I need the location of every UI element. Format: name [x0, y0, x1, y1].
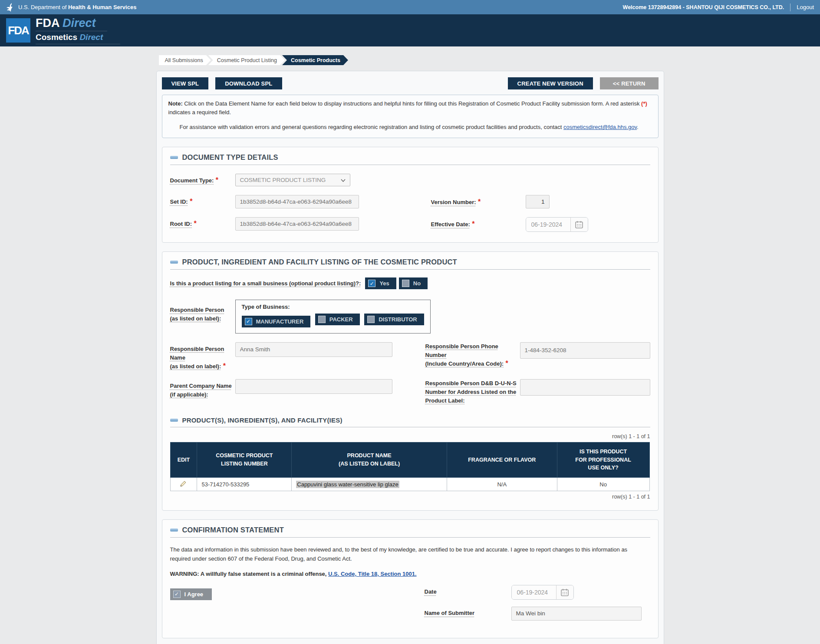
- no-label: No: [413, 280, 421, 287]
- required-asterisk: *: [216, 176, 218, 184]
- document-type-details-section: DOCUMENT TYPE DETAILS Document Type: * C…: [162, 147, 659, 243]
- brand-cosmetics: Cosmetics: [36, 33, 77, 42]
- submitter-input[interactable]: [511, 607, 642, 621]
- table-row: 53-714270-533295 Cappuvini glass water-s…: [170, 478, 649, 491]
- professional-column-header: IS THIS PRODUCT FOR PROFESSIONAL USE ONL…: [557, 442, 649, 477]
- calendar-button[interactable]: [556, 585, 573, 599]
- rp-phone-label2[interactable]: (Include Country/Area Code):: [425, 360, 504, 367]
- small-business-yes-checkbox[interactable]: ✓ Yes: [365, 277, 396, 289]
- rp-duns-input[interactable]: [520, 379, 650, 396]
- root-id-label[interactable]: Root ID:: [170, 221, 192, 227]
- products-subsection-header: PRODUCT(S), INGREDIENT(S), AND FACILITY(…: [170, 416, 650, 427]
- breadcrumb-all-submissions[interactable]: All Submissions: [159, 55, 211, 65]
- pencil-icon: [180, 480, 187, 489]
- section-title: CONFIRMATION STATEMENT: [182, 526, 284, 534]
- assistance-text: For assistance with validation errors an…: [180, 124, 563, 130]
- set-id-input[interactable]: [235, 195, 359, 208]
- fragrance-cell: N/A: [447, 478, 557, 491]
- date-label[interactable]: Date: [425, 588, 511, 596]
- download-spl-button[interactable]: DOWNLOAD SPL: [215, 77, 282, 89]
- product-name-column-header: PRODUCT NAME (AS LISTED ON LABEL): [292, 442, 447, 477]
- logout-link[interactable]: Logout: [797, 4, 814, 10]
- rp-name-label2[interactable]: (as listed on label):: [170, 363, 221, 370]
- distributor-checkbox[interactable]: DISTRIBUTOR: [364, 314, 424, 325]
- check-icon: ✓: [173, 591, 181, 598]
- chevron-down-icon: [341, 177, 346, 183]
- rp-phone-label[interactable]: Responsible Person Phone Number: [425, 343, 498, 358]
- manufacturer-checkbox[interactable]: ✓ MANUFACTURER: [242, 316, 311, 327]
- calendar-button[interactable]: [570, 218, 588, 231]
- section-header: CONFIRMATION STATEMENT: [170, 526, 650, 538]
- version-number-group: Version Number: *: [431, 195, 550, 208]
- cosmeticsdirect-email-link[interactable]: cosmeticsdirect@fda.hhs.gov: [563, 124, 637, 130]
- effective-date-label[interactable]: Effective Date:: [431, 221, 470, 228]
- rp-phone-group: Responsible Person Phone Number (Include…: [425, 342, 650, 368]
- assistance-line: For assistance with validation errors an…: [168, 123, 652, 132]
- parent-company-label2[interactable]: (if applicable):: [170, 391, 208, 398]
- form-panel: VIEW SPL DOWNLOAD SPL CREATE NEW VERSION…: [156, 71, 664, 644]
- edit-row-button[interactable]: [180, 480, 187, 489]
- return-button[interactable]: << RETURN: [600, 77, 659, 89]
- collapse-dash-icon[interactable]: [170, 528, 178, 532]
- packer-checkbox[interactable]: PACKER: [315, 314, 360, 325]
- us-code-link[interactable]: U.S. Code, Title 18, Section 1001.: [328, 571, 417, 577]
- rp-duns-group: Responsible Person D&B D-U-N-S Number fo…: [425, 379, 650, 405]
- small-business-label[interactable]: Is this a product listing for a small bu…: [170, 280, 361, 288]
- check-icon: ✓: [368, 280, 375, 287]
- confirmation-date-input[interactable]: [512, 585, 556, 599]
- root-id-input[interactable]: [235, 217, 359, 231]
- required-asterisk: *: [478, 198, 481, 205]
- rp-phone-input[interactable]: [520, 342, 650, 359]
- distributor-label: DISTRIBUTOR: [379, 316, 417, 323]
- i-agree-checkbox[interactable]: ✓ I Agree: [170, 588, 212, 600]
- effective-date-input[interactable]: [526, 218, 570, 231]
- collapse-dash-icon[interactable]: [170, 419, 178, 422]
- brand-direct: Direct: [63, 17, 96, 30]
- i-agree-label: I Agree: [184, 591, 204, 598]
- note-body1: Click on the Data Element Name for each …: [183, 100, 641, 107]
- rp-name-label-col: Responsible Person Name (as listed on la…: [170, 342, 235, 371]
- create-new-version-button[interactable]: CREATE NEW VERSION: [508, 77, 593, 89]
- rp-name-input[interactable]: [235, 342, 392, 357]
- version-number-input[interactable]: [526, 195, 550, 208]
- type-of-business-label: Type of Business:: [242, 304, 424, 310]
- document-type-label[interactable]: Document Type:: [170, 177, 214, 184]
- checkbox-unchecked: [318, 316, 326, 323]
- rp-name-label[interactable]: Responsible Person Name: [170, 346, 224, 361]
- collapse-dash-icon[interactable]: [170, 261, 178, 264]
- product-name-cell: Cappuvini glass water-sensitive lip glaz…: [296, 481, 399, 488]
- rows-info-bottom: row(s) 1 - 1 of 1: [170, 494, 650, 500]
- fragrance-column-header: FRAGRANCE OR FLAVOR: [447, 442, 557, 477]
- rp-phone-label-col: Responsible Person Phone Number (Include…: [425, 342, 520, 368]
- parent-company-label[interactable]: Parent Company Name: [170, 383, 232, 389]
- utility-bar: U.S. Department of Health & Human Servic…: [0, 0, 820, 14]
- department-prefix: U.S. Department of: [18, 4, 68, 10]
- submitter-label[interactable]: Name of Submitter: [425, 609, 511, 618]
- breadcrumb-cosmetic-products[interactable]: Cosmetic Products: [282, 55, 348, 65]
- parent-company-input[interactable]: [235, 379, 392, 394]
- small-business-no-checkbox[interactable]: No: [399, 277, 428, 289]
- brand-fda-direct: FDA Direct: [36, 17, 107, 31]
- root-id-label-col: Root ID: *: [170, 217, 235, 228]
- parent-company-duns-row: Parent Company Name (if applicable): Res…: [170, 379, 650, 405]
- view-spl-button[interactable]: VIEW SPL: [162, 77, 209, 89]
- brand-cosmetics-direct: Cosmetics Direct: [36, 33, 120, 44]
- collapse-dash-icon[interactable]: [170, 156, 178, 159]
- rp-duns-label[interactable]: Responsible Person D&B D-U-N-S Number fo…: [425, 380, 517, 404]
- section-header: PRODUCT, INGREDIENT AND FACILITY LISTING…: [170, 258, 650, 270]
- responsible-person-label2[interactable]: (as listed on label):: [170, 315, 221, 322]
- document-type-select[interactable]: COSMETIC PRODUCT LISTING: [235, 174, 350, 186]
- responsible-person-label[interactable]: Responsible Person: [170, 307, 224, 313]
- listing-number-column-header: COSMETIC PRODUCT LISTING NUMBER: [197, 442, 292, 477]
- warning-line: WARNING: A willfully false statement is …: [170, 571, 650, 577]
- version-number-label[interactable]: Version Number:: [431, 199, 476, 205]
- table-header-row: EDIT COSMETIC PRODUCT LISTING NUMBER PRO…: [170, 442, 649, 477]
- document-type-value: COSMETIC PRODUCT LISTING: [240, 177, 341, 183]
- set-id-label[interactable]: Set ID:: [170, 198, 188, 205]
- divider: [790, 3, 790, 11]
- products-table: EDIT COSMETIC PRODUCT LISTING NUMBER PRO…: [170, 442, 650, 491]
- edit-column-header: EDIT: [170, 442, 197, 477]
- breadcrumb-cosmetic-product-listing[interactable]: Cosmetic Product Listing: [208, 55, 285, 65]
- listing-number-cell: 53-714270-533295: [197, 478, 292, 491]
- responsible-person-label-col: Responsible Person (as listed on label):: [170, 300, 235, 323]
